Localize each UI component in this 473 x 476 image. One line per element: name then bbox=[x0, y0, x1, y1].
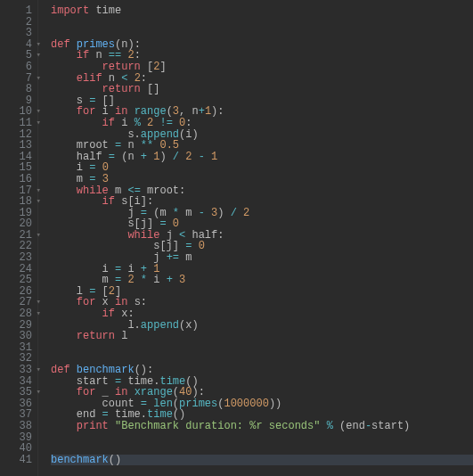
code-editor[interactable]: 1234567891011121314151617181920212223242… bbox=[0, 0, 473, 476]
code-area[interactable]: import time def primes(n): if n == 2: re… bbox=[38, 0, 473, 476]
token-op: * bbox=[141, 274, 147, 286]
token-op: = bbox=[109, 151, 115, 163]
code-line[interactable] bbox=[51, 17, 473, 29]
token-id: (n bbox=[115, 151, 141, 163]
line-number: 8 bbox=[0, 84, 32, 95]
line-number: 6 bbox=[0, 62, 32, 73]
token-id: m bbox=[179, 251, 192, 264]
token-num: 2 bbox=[127, 274, 134, 286]
code-line[interactable]: return l bbox=[51, 331, 473, 342]
code-line[interactable]: i = 0 bbox=[51, 162, 473, 174]
token-id: i bbox=[147, 274, 167, 286]
token-id: ) bbox=[217, 207, 230, 219]
line-number: 16 bbox=[0, 174, 32, 185]
token-num: 1 bbox=[205, 105, 211, 118]
line-number: 28 bbox=[0, 308, 32, 320]
token-str: "Benchmark duration: %r seconds" bbox=[115, 420, 320, 432]
token-id bbox=[237, 207, 243, 219]
token-id bbox=[109, 420, 115, 432]
token-kw: return bbox=[77, 330, 115, 342]
token-num: 1000000 bbox=[224, 398, 268, 410]
token-num: 2 bbox=[243, 207, 249, 219]
token-op: - bbox=[199, 151, 205, 163]
token-op: - bbox=[365, 420, 371, 432]
line-number: 30 bbox=[0, 331, 32, 342]
token-id bbox=[51, 420, 77, 432]
token-num: 1 bbox=[211, 151, 217, 163]
token-op: / bbox=[173, 151, 179, 163]
token-op: / bbox=[231, 207, 237, 219]
line-number: 33 bbox=[0, 365, 32, 376]
token-op: + bbox=[199, 105, 205, 118]
token-id bbox=[205, 151, 211, 163]
token-id: (i) bbox=[179, 128, 199, 141]
code-line[interactable]: benchmark() bbox=[51, 455, 473, 466]
token-kw: import bbox=[51, 4, 89, 17]
token-op: - bbox=[199, 207, 205, 219]
line-number: 23 bbox=[0, 252, 32, 264]
token-op: += bbox=[167, 251, 179, 264]
line-number: 41 bbox=[0, 455, 32, 466]
token-num: 3 bbox=[179, 274, 185, 286]
token-num: 0 bbox=[199, 240, 205, 252]
code-line[interactable]: half = (n + 1) / 2 - 1 bbox=[51, 152, 473, 163]
token-id bbox=[205, 207, 211, 219]
token-kw: print bbox=[77, 420, 109, 432]
line-number: 1 bbox=[0, 5, 32, 17]
code-line[interactable] bbox=[51, 342, 473, 354]
token-id: ] bbox=[159, 61, 166, 73]
token-id: )) bbox=[269, 398, 281, 410]
token-id: () bbox=[109, 454, 121, 466]
token-id bbox=[135, 274, 141, 286]
token-id bbox=[173, 274, 179, 286]
token-op: % bbox=[327, 420, 333, 432]
line-number: 13 bbox=[0, 140, 32, 152]
code-line[interactable]: import time bbox=[51, 5, 473, 17]
token-id: l bbox=[115, 330, 127, 342]
line-number: 18 bbox=[0, 196, 32, 208]
token-id bbox=[192, 240, 198, 252]
line-number: 25 bbox=[0, 275, 32, 286]
token-id: time bbox=[89, 4, 121, 17]
token-op: + bbox=[167, 274, 173, 286]
code-line[interactable]: print "Benchmark duration: %r seconds" %… bbox=[51, 421, 473, 432]
code-line[interactable] bbox=[51, 432, 473, 444]
line-number: 20 bbox=[0, 218, 32, 230]
line-number-gutter: 1234567891011121314151617181920212223242… bbox=[0, 0, 38, 476]
token-id bbox=[192, 151, 198, 163]
token-call: append bbox=[141, 319, 179, 332]
line-number: 3 bbox=[0, 28, 32, 39]
token-id bbox=[320, 420, 326, 432]
token-id: ) bbox=[159, 151, 172, 163]
line-number: 38 bbox=[0, 421, 32, 432]
line-number: 35 bbox=[0, 387, 32, 398]
token-id: (end bbox=[333, 420, 365, 432]
token-id: m bbox=[179, 207, 199, 219]
token-fn: benchmark bbox=[51, 454, 109, 466]
token-id: (x) bbox=[179, 319, 199, 332]
token-id: start) bbox=[371, 420, 410, 432]
token-id: [] bbox=[141, 83, 160, 95]
line-number: 11 bbox=[0, 118, 32, 129]
token-id: ): bbox=[211, 105, 224, 118]
line-number: 40 bbox=[0, 443, 32, 455]
token-op: + bbox=[141, 151, 147, 163]
